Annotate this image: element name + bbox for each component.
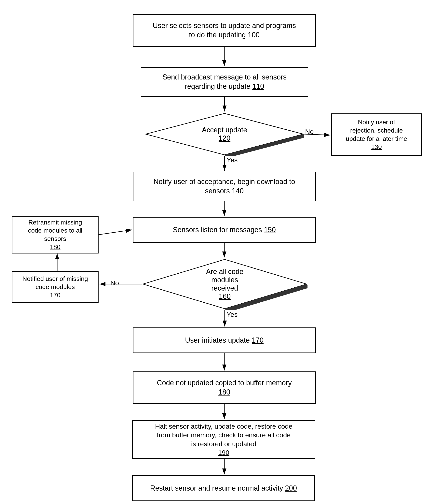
box-170-main: User initiates update 170	[133, 328, 316, 353]
box-200: Restart sensor and resume normal activit…	[132, 475, 315, 501]
box-150: Sensors listen for messages 150	[133, 217, 316, 243]
box-110: Send broadcast message to all sensorsreg…	[141, 67, 308, 97]
box-130: Notify user ofrejection, scheduleupdate …	[331, 113, 422, 156]
flowchart-container: User selects sensors to update and progr…	[0, 0, 437, 504]
diamond-120-wrapper: Accept update120	[145, 113, 304, 156]
box-180-main: Code not updated copied to buffer memory…	[133, 371, 316, 404]
label-yes-160: Yes	[227, 311, 238, 318]
box-140: Notify user of acceptance, begin downloa…	[133, 172, 316, 201]
diamond-160-wrapper: Are all codemodulesreceived160	[142, 258, 308, 310]
label-no-160: No	[110, 279, 119, 287]
label-no-120: No	[305, 128, 314, 135]
label-yes-120: Yes	[227, 156, 238, 164]
box-100: User selects sensors to update and progr…	[133, 14, 316, 47]
box-170-side: Notified user of missingcode modules170	[12, 271, 99, 303]
svg-line-10	[99, 230, 132, 235]
box-190: Halt sensor activity, update code, resto…	[132, 420, 315, 459]
box-180-side: Retransmit missingcode modules to allsen…	[12, 216, 99, 254]
